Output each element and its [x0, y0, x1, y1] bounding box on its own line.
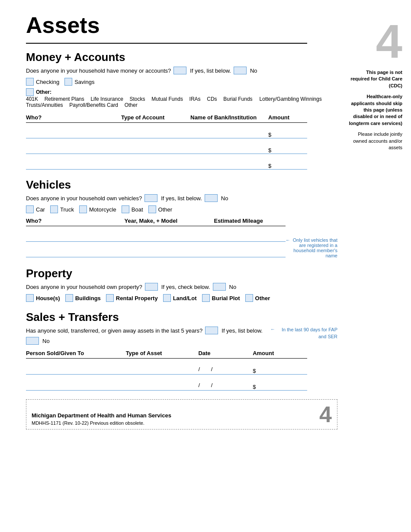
land-checkbox-item: Land/Lot — [163, 294, 197, 302]
s-col-asset: Type of Asset — [126, 348, 199, 359]
account-amount-1[interactable]: $ — [268, 123, 307, 138]
car-checkbox-item: Car — [26, 205, 45, 213]
account-type-2[interactable] — [121, 138, 190, 154]
v-mileage-1[interactable] — [214, 226, 286, 242]
account-who-1[interactable] — [26, 123, 121, 138]
land-checkbox[interactable] — [163, 294, 171, 302]
vehicles-table-row: Who? Year, Make, + Model Estimated Milea… — [26, 216, 337, 258]
sales-transfers-section: Sales + Transfers Has anyone sold, trans… — [26, 311, 337, 391]
sales-yes-box[interactable] — [205, 327, 218, 334]
sales-table: Person Sold/Given To Type of Asset Date … — [26, 348, 307, 391]
account-type-3[interactable] — [121, 154, 190, 170]
other-checkbox[interactable] — [26, 88, 34, 96]
property-no-box[interactable] — [213, 283, 226, 291]
footer-page-number: 4 — [319, 403, 332, 426]
account-amount-2[interactable]: $ — [268, 138, 307, 154]
other-vehicle-checkbox[interactable] — [148, 205, 156, 213]
checking-checkbox[interactable] — [26, 78, 34, 86]
vehicles-section: Vehicles Does anyone in your household o… — [26, 178, 337, 258]
vehicles-types: Car Truck Motorcycle Boat Other — [26, 205, 337, 213]
account-amount-3[interactable]: $ — [268, 154, 307, 170]
s-asset-2[interactable] — [126, 375, 199, 391]
account-bank-1[interactable] — [190, 123, 268, 138]
vehicles-heading: Vehicles — [26, 178, 337, 192]
buildings-checkbox-item: Buildings — [65, 294, 101, 302]
v-col-mileage: Estimated Mileage — [214, 216, 286, 226]
property-section: Property Does anyone in your household o… — [26, 267, 337, 302]
other-property-checkbox[interactable] — [245, 294, 253, 302]
property-heading: Property — [26, 267, 337, 280]
truck-checkbox[interactable] — [50, 205, 58, 213]
money-accounts-heading: Money + Accounts — [26, 51, 337, 64]
s-person-1[interactable] — [26, 359, 126, 375]
account-bank-3[interactable] — [190, 154, 268, 170]
property-types: House(s) Buildings Rental Property Land/… — [26, 294, 337, 302]
s-asset-1[interactable] — [126, 359, 199, 375]
truck-checkbox-item: Truck — [50, 205, 74, 213]
boat-checkbox[interactable] — [122, 205, 129, 213]
sidebar-note-cdc: This page is not required for Child Care… — [346, 69, 402, 89]
rental-checkbox-item: Rental Property — [106, 294, 158, 302]
other-accounts-items: 401K Retirement Plans Life Insurance Sto… — [26, 96, 337, 108]
col-amount: Amount — [268, 112, 307, 123]
account-row-2: $ — [26, 138, 307, 154]
savings-checkbox-item: Savings — [64, 78, 94, 86]
account-who-2[interactable] — [26, 138, 121, 154]
v-mileage-2[interactable] — [214, 242, 286, 257]
sales-side-note: In the last 90 days for FAP and SER — [277, 327, 337, 340]
money-accounts-section: Money + Accounts Does anyone in your hou… — [26, 51, 337, 170]
v-model-1[interactable] — [125, 226, 214, 242]
rental-checkbox[interactable] — [106, 294, 114, 302]
boat-checkbox-item: Boat — [122, 205, 143, 213]
sidebar-note-healthcare: Healthcare-only applicants should skip t… — [346, 93, 402, 127]
s-col-date: Date — [198, 348, 253, 359]
s-amount-1[interactable]: $ — [253, 359, 307, 375]
v-model-2[interactable] — [125, 242, 214, 257]
checking-checkbox-item: Checking — [26, 78, 59, 86]
vehicles-yes-box[interactable] — [144, 194, 157, 202]
burial-plot-checkbox[interactable] — [202, 294, 210, 302]
s-col-amount: Amount — [253, 348, 307, 359]
v-col-model: Year, Make, + Model — [125, 216, 214, 226]
account-who-3[interactable] — [26, 154, 121, 170]
sales-no-box[interactable] — [26, 337, 39, 345]
page-title: Assets — [26, 13, 337, 38]
vehicles-no-box[interactable] — [205, 194, 218, 202]
vehicles-table: Who? Year, Make, + Model Estimated Milea… — [26, 216, 286, 257]
sales-heading: Sales + Transfers — [26, 311, 337, 324]
vehicle-row-2 — [26, 242, 286, 257]
v-who-2[interactable] — [26, 242, 125, 257]
accounts-table: Who? Type of Account Name of Bank/Instit… — [26, 112, 307, 170]
s-date-2: / / — [198, 375, 253, 391]
s-col-person: Person Sold/Given To — [26, 348, 126, 359]
s-date-1: / / — [198, 359, 253, 375]
house-checkbox-item: House(s) — [26, 294, 60, 302]
v-who-1[interactable] — [26, 226, 125, 242]
page-number-large: 4 — [346, 17, 402, 65]
title-divider — [26, 43, 307, 44]
arrow-icon: ← — [286, 237, 290, 243]
savings-checkbox[interactable] — [64, 78, 72, 86]
col-bank: Name of Bank/Institution — [190, 112, 268, 123]
house-checkbox[interactable] — [26, 294, 34, 302]
buildings-checkbox[interactable] — [65, 294, 73, 302]
car-checkbox[interactable] — [26, 205, 34, 213]
property-yes-box[interactable] — [145, 283, 158, 291]
sales-arrow-icon: ← — [270, 327, 275, 332]
account-bank-2[interactable] — [190, 138, 268, 154]
account-type-1[interactable] — [121, 123, 190, 138]
money-accounts-types: Checking Savings — [26, 78, 337, 86]
money-accounts-no-box[interactable] — [234, 67, 247, 74]
footer-agency: Michigan Department of Health and Human … — [32, 412, 171, 419]
footer: Michigan Department of Health and Human … — [26, 399, 337, 429]
motorcycle-checkbox[interactable] — [79, 205, 87, 213]
s-person-2[interactable] — [26, 375, 126, 391]
sales-question: Has anyone sold, transferred, or given a… — [26, 327, 266, 345]
vehicle-row-1 — [26, 226, 286, 242]
money-accounts-yes-box[interactable] — [173, 67, 186, 74]
other-vehicle-checkbox-item: Other — [148, 205, 173, 213]
s-amount-2[interactable]: $ — [253, 375, 307, 391]
vehicles-question: Does anyone in your household own vehicl… — [26, 194, 337, 202]
col-account-type: Type of Account — [121, 112, 190, 123]
v-col-who: Who? — [26, 216, 125, 226]
